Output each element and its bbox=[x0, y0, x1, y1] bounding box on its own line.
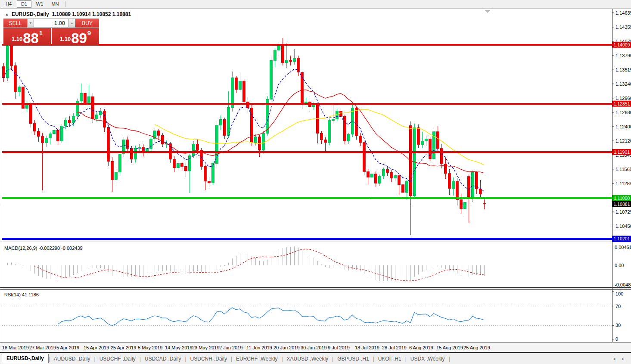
price-tick-label: 1.14635 bbox=[615, 10, 631, 16]
rsi-label: RSI(14) 41.1186 bbox=[4, 292, 39, 297]
macd-axis-label: -0.004806 bbox=[615, 282, 631, 287]
date-tick-label: 18 Jul 2019 bbox=[355, 345, 379, 350]
buy-price-prefix: 1.10 bbox=[60, 36, 71, 42]
one-click-trading-panel: SELL ▼ 1.00 ▲ BUY 1.10 88 1 1.10 89 9 bbox=[3, 19, 99, 46]
price-chart-canvas[interactable]: 1.146351.143551.140751.137951.135151.132… bbox=[0, 9, 631, 352]
price-tick-label: 1.12400 bbox=[615, 124, 631, 129]
sell-price-prefix: 1.10 bbox=[12, 36, 22, 42]
timeframe-toolbar: H4D1W1MN bbox=[0, 0, 631, 8]
date-tick-label: 15 Aug 2019 bbox=[436, 345, 463, 350]
date-tick-label: 2 Jun 2019 bbox=[219, 345, 242, 350]
tabs-scroll-left-button[interactable]: ◄ bbox=[612, 357, 616, 361]
price-tick-label: 1.14355 bbox=[615, 25, 631, 30]
date-tick-label: 27 Mar 2019 bbox=[29, 345, 56, 350]
sell-price-display[interactable]: 1.10 88 1 bbox=[3, 28, 51, 46]
pane-splitter[interactable] bbox=[0, 242, 631, 244]
volume-decrease-button[interactable]: ▼ bbox=[27, 19, 34, 28]
toolbar-separator bbox=[65, 1, 66, 7]
buy-price-big: 89 bbox=[71, 32, 87, 44]
price-tick-label: 1.12960 bbox=[615, 96, 631, 101]
date-axis: 18 Mar 201927 Mar 20195 Apr 201915 Apr 2… bbox=[2, 345, 490, 350]
date-tick-label: 11 Jun 2019 bbox=[246, 345, 272, 350]
price-badge-label: 1.11901 bbox=[614, 149, 630, 155]
symbol-tab-eurusd-daily[interactable]: EURUSD-,Daily bbox=[2, 354, 49, 363]
symbol-tab-xauusd-weekly[interactable]: XAUUSD-,Weekly bbox=[283, 355, 332, 363]
timeframe-button-h4[interactable]: H4 bbox=[1, 0, 16, 8]
sell-price-sup: 1 bbox=[39, 29, 43, 37]
date-tick-label: 6 Aug 2019 bbox=[409, 345, 433, 350]
date-tick-label: 23 May 2019 bbox=[192, 345, 220, 350]
timeframe-button-mn[interactable]: MN bbox=[48, 0, 62, 8]
date-tick-label: 30 Jun 2019 bbox=[301, 345, 327, 350]
price-tick-label: 1.13795 bbox=[615, 53, 631, 58]
date-tick-label: 5 Apr 2019 bbox=[56, 345, 79, 350]
price-tick-label: 1.12680 bbox=[615, 110, 631, 115]
buy-button[interactable]: BUY bbox=[75, 19, 99, 28]
symbol-tab-usdchf-daily[interactable]: USDCHF-,Daily bbox=[96, 355, 140, 363]
date-tick-label: 9 Jul 2019 bbox=[328, 345, 350, 350]
tab-divider: | bbox=[449, 356, 450, 362]
price-tick-label: 1.13515 bbox=[615, 67, 631, 72]
symbol-tabbar: EURUSD-,Daily|AUDUSD-,Daily|USDCHF-,Dail… bbox=[0, 352, 631, 364]
rsi-axis-label: 70 bbox=[615, 304, 621, 309]
symbol-tab-usdcnh-daily[interactable]: USDCNH-,Daily bbox=[187, 355, 231, 363]
volume-input[interactable]: 1.00 bbox=[34, 19, 68, 28]
sell-price-big: 88 bbox=[23, 32, 39, 44]
price-badge-label: 1.10201 bbox=[614, 236, 630, 241]
timeframe-button-w1[interactable]: W1 bbox=[32, 0, 47, 8]
price-tick-label: 1.13240 bbox=[615, 81, 631, 87]
price-tick-label: 1.10450 bbox=[615, 224, 631, 229]
symbol-tabs: EURUSD-,Daily|AUDUSD-,Daily|USDCHF-,Dail… bbox=[2, 353, 450, 364]
rsi-axis-label: 0 bbox=[615, 336, 618, 342]
symbol-tab-eurchf-weekly[interactable]: EURCHF-,Weekly bbox=[232, 355, 281, 363]
date-tick-label: 25 Apr 2019 bbox=[111, 345, 136, 350]
rsi-axis-label: 100 bbox=[615, 291, 623, 296]
symbol-tab-ukoil-h1[interactable]: UKOil-,H1 bbox=[374, 355, 405, 363]
rsi-axis-label: 30 bbox=[615, 323, 621, 328]
date-tick-label: 5 May 2019 bbox=[138, 345, 162, 350]
date-tick-label: 28 Jul 2019 bbox=[382, 345, 407, 350]
current-price-badge-label: 1.10881 bbox=[614, 202, 630, 207]
date-tick-label: 20 Jun 2019 bbox=[274, 345, 300, 350]
price-tick-label: 1.12120 bbox=[615, 138, 631, 143]
buy-price-display[interactable]: 1.10 89 9 bbox=[52, 28, 99, 46]
price-tick-label: 1.10725 bbox=[615, 209, 631, 215]
price-badge-label: 1.11000 bbox=[614, 196, 630, 201]
pane-splitter[interactable] bbox=[0, 288, 631, 289]
date-tick-label: 25 Aug 2019 bbox=[463, 345, 490, 350]
price-tick-label: 1.11285 bbox=[615, 181, 631, 186]
hline-1.12851[interactable] bbox=[2, 103, 612, 105]
timeframe-button-d1[interactable]: D1 bbox=[17, 0, 31, 8]
price-tick-label: 1.11565 bbox=[615, 167, 631, 172]
symbol-tab-usdcad-daily[interactable]: USDCAD-,Daily bbox=[141, 355, 185, 363]
price-badge-label: 1.12851 bbox=[614, 101, 630, 106]
macd-axis-label: 0.00 bbox=[615, 263, 624, 268]
symbol-tab-gbpusd-h1[interactable]: GBPUSD-,H1 bbox=[333, 355, 373, 363]
hline-1.11000[interactable] bbox=[2, 197, 612, 199]
volume-increase-button[interactable]: ▲ bbox=[68, 19, 75, 28]
symbol-tab-usdx-weekly[interactable]: USDX-,Weekly bbox=[407, 355, 449, 363]
date-tick-label: 18 Mar 2019 bbox=[2, 345, 29, 350]
price-badge-label: 1.14009 bbox=[614, 42, 630, 47]
buy-price-sup: 9 bbox=[87, 29, 91, 37]
chart-window: 1.146351.143551.140751.137951.135151.132… bbox=[0, 9, 631, 352]
macd-axis-label: 0.004517 bbox=[615, 245, 631, 250]
macd-label: MACD(12,26,9) -0.002290 -0.002439 bbox=[4, 246, 83, 251]
sell-button[interactable]: SELL bbox=[3, 19, 27, 28]
tabs-scroll-arrows: ◄ ► bbox=[612, 357, 625, 361]
date-tick-label: 15 Apr 2019 bbox=[84, 345, 109, 350]
symbol-tab-audusd-daily[interactable]: AUDUSD-,Daily bbox=[50, 355, 94, 363]
date-tick-label: 14 May 2019 bbox=[165, 345, 193, 350]
chart-background bbox=[0, 9, 631, 352]
tabs-scroll-right-button[interactable]: ► bbox=[621, 357, 625, 361]
hline-1.10201[interactable] bbox=[2, 238, 612, 240]
hline-1.11901[interactable] bbox=[2, 151, 612, 153]
